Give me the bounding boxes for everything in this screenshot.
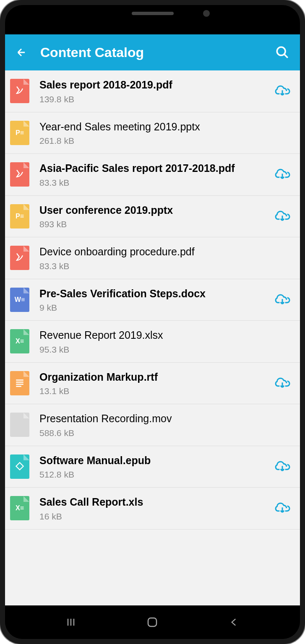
file-type-icon: W≡ xyxy=(10,288,29,312)
file-item[interactable]: Device onboarding procedure.pdf83.3 kB xyxy=(5,237,300,279)
nav-recent-icon xyxy=(65,616,77,628)
nav-home-button[interactable] xyxy=(144,614,161,631)
file-list[interactable]: Sales report 2018-2019.pdf139.8 kBP≡Year… xyxy=(5,70,300,530)
file-item[interactable]: X≡Revenue Report 2019.xlsx95.3 kB xyxy=(5,321,300,363)
file-item[interactable]: X≡Sales Call Report.xls16 kB xyxy=(5,488,300,530)
app-header: Content Catalog xyxy=(5,34,300,70)
phone-camera xyxy=(203,10,210,17)
file-type-icon xyxy=(10,246,29,270)
cloud-download-icon xyxy=(274,166,291,183)
file-name: Software Manual.epub xyxy=(39,454,273,467)
file-size: 83.3 kB xyxy=(39,261,292,271)
file-name: Year-end Sales meeting 2019.pptx xyxy=(39,120,292,134)
download-button[interactable] xyxy=(273,207,292,226)
file-info: Organization Markup.rtf13.1 kB xyxy=(39,370,273,397)
file-name: Presentation Recording.mov xyxy=(39,412,292,426)
nav-home-icon xyxy=(146,616,159,628)
file-info: Sales Call Report.xls16 kB xyxy=(39,495,273,522)
cloud-download-icon xyxy=(274,291,291,308)
file-name: Device onboarding procedure.pdf xyxy=(39,245,292,259)
file-info: Sales report 2018-2019.pdf139.8 kB xyxy=(39,78,273,104)
back-arrow-icon xyxy=(16,47,27,58)
file-size: 512.8 kB xyxy=(39,470,273,480)
cloud-download-icon xyxy=(274,208,291,225)
page-title: Content Catalog xyxy=(40,45,274,60)
file-type-icon xyxy=(10,454,29,479)
app-screen: Content Catalog Sales report 2018-2019.p… xyxy=(5,34,300,605)
file-size: 95.3 kB xyxy=(39,345,292,355)
file-name: Asia-Pacific Sales report 2017-2018.pdf xyxy=(39,161,273,175)
cloud-download-icon xyxy=(274,375,291,392)
file-item[interactable]: Organization Markup.rtf13.1 kB xyxy=(5,363,300,405)
file-size: 588.6 kB xyxy=(39,428,292,438)
download-button[interactable] xyxy=(273,165,292,184)
file-name: Pre-Sales Verification Steps.docx xyxy=(39,287,273,301)
file-item[interactable]: Presentation Recording.mov588.6 kB xyxy=(5,404,300,446)
file-item[interactable]: W≡Pre-Sales Verification Steps.docx9 kB xyxy=(5,279,300,321)
file-type-icon xyxy=(10,371,29,395)
file-info: Software Manual.epub512.8 kB xyxy=(39,454,273,480)
file-item[interactable]: P≡Year-end Sales meeting 2019.pptx261.8 … xyxy=(5,112,300,154)
nav-back-button[interactable] xyxy=(226,614,242,631)
file-info: Year-end Sales meeting 2019.pptx261.8 kB xyxy=(39,120,292,146)
cloud-download-icon xyxy=(274,500,291,517)
file-size: 893 kB xyxy=(39,219,273,229)
download-button[interactable] xyxy=(273,457,292,476)
nav-recent-button[interactable] xyxy=(63,614,79,631)
file-type-icon: X≡ xyxy=(10,496,29,520)
file-info: Device onboarding procedure.pdf83.3 kB xyxy=(39,245,292,271)
file-item[interactable]: Asia-Pacific Sales report 2017-2018.pdf8… xyxy=(5,154,300,196)
file-item[interactable]: P≡User conference 2019.pptx893 kB xyxy=(5,196,300,238)
file-info: Presentation Recording.mov588.6 kB xyxy=(39,412,292,438)
cloud-download-icon xyxy=(274,458,291,475)
file-info: User conference 2019.pptx893 kB xyxy=(39,203,273,230)
search-button[interactable] xyxy=(274,44,291,61)
svg-point-0 xyxy=(277,47,285,55)
phone-inner: Content Catalog Sales report 2018-2019.p… xyxy=(5,5,300,639)
file-size: 261.8 kB xyxy=(39,136,292,146)
file-type-icon xyxy=(10,79,29,103)
file-name: Sales report 2018-2019.pdf xyxy=(39,78,273,92)
download-button[interactable] xyxy=(273,82,292,100)
download-button[interactable] xyxy=(273,291,292,309)
file-name: User conference 2019.pptx xyxy=(39,203,273,217)
nav-back-icon xyxy=(229,617,240,628)
system-nav-bar xyxy=(5,605,300,639)
phone-speaker xyxy=(132,12,174,15)
file-type-icon xyxy=(10,162,29,187)
download-button[interactable] xyxy=(273,499,292,517)
file-item[interactable]: Sales report 2018-2019.pdf139.8 kB xyxy=(5,70,300,112)
cloud-download-icon xyxy=(274,83,291,99)
search-icon xyxy=(275,45,289,60)
file-item[interactable]: Software Manual.epub512.8 kB xyxy=(5,446,300,488)
file-name: Sales Call Report.xls xyxy=(39,495,273,509)
file-type-icon: P≡ xyxy=(10,204,29,229)
file-info: Pre-Sales Verification Steps.docx9 kB xyxy=(39,287,273,313)
phone-frame: Content Catalog Sales report 2018-2019.p… xyxy=(0,0,305,644)
file-name: Revenue Report 2019.xlsx xyxy=(39,328,292,342)
back-button[interactable] xyxy=(14,45,29,60)
file-name: Organization Markup.rtf xyxy=(39,370,273,384)
download-button[interactable] xyxy=(273,374,292,392)
file-info: Revenue Report 2019.xlsx95.3 kB xyxy=(39,328,292,355)
file-info: Asia-Pacific Sales report 2017-2018.pdf8… xyxy=(39,161,273,188)
file-type-icon: P≡ xyxy=(10,121,29,145)
file-size: 139.8 kB xyxy=(39,94,273,104)
svg-line-1 xyxy=(284,54,288,58)
file-type-icon: X≡ xyxy=(10,329,29,353)
svg-rect-9 xyxy=(148,618,156,626)
file-size: 9 kB xyxy=(39,303,273,313)
file-size: 13.1 kB xyxy=(39,386,273,396)
file-size: 83.3 kB xyxy=(39,178,273,188)
file-type-icon xyxy=(10,413,29,437)
file-size: 16 kB xyxy=(39,512,273,522)
